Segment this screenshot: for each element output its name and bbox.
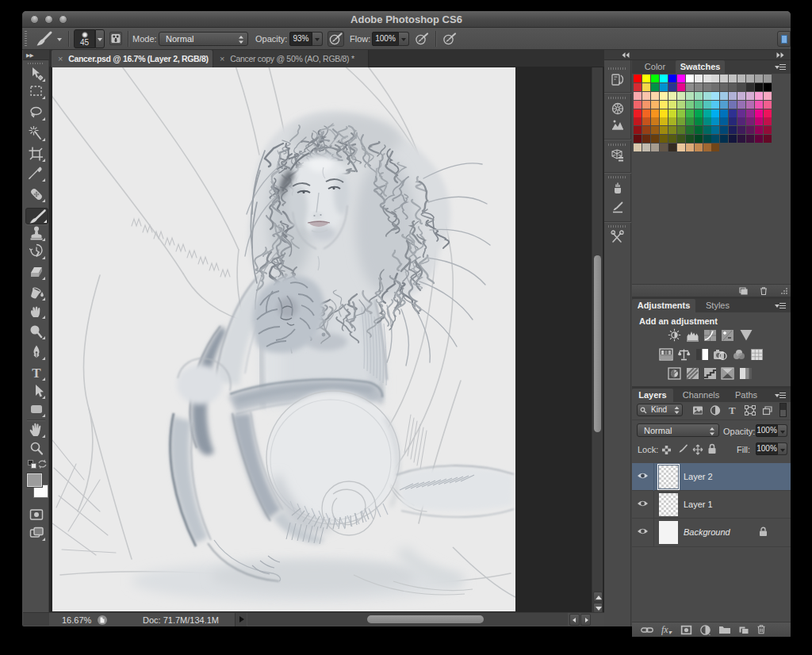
svg-text:T: T xyxy=(32,366,41,381)
